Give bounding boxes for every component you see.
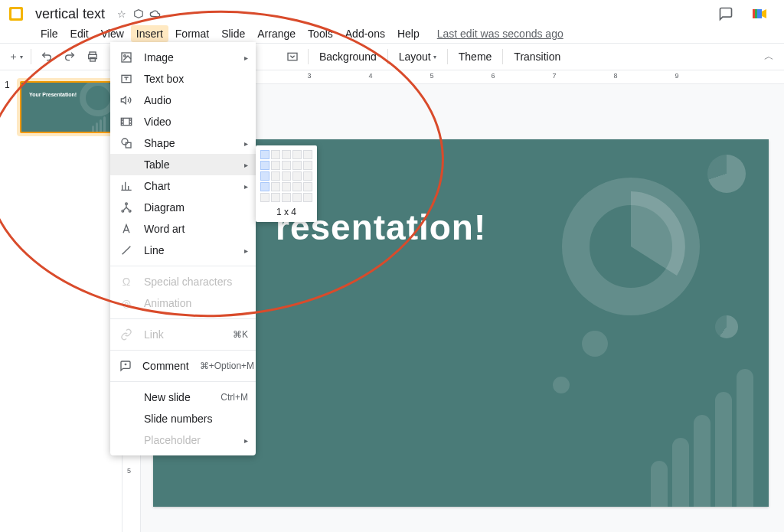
svg-rect-1 [11,9,21,18]
separator [387,49,388,64]
table-icon [119,158,133,171]
star-icon[interactable]: ☆ [116,8,128,20]
menu-item-table[interactable]: Table▸ [110,154,256,175]
video-icon [119,115,133,129]
menu-item-placeholder: Placeholder▸ [110,429,256,451]
menu-slide[interactable]: Slide [216,25,250,42]
filmstrip: 1 Your Presentation! [0,70,122,532]
thumbnail-title: Your Presentation! [29,92,77,97]
background-button[interactable]: Background [313,46,383,67]
menu-help[interactable]: Help [392,25,425,42]
separator [308,49,309,64]
menu-item-new-slide[interactable]: New slideCtrl+M [110,387,256,408]
menu-item-image[interactable]: Image▸ [110,47,256,68]
shape-icon [119,136,133,150]
svg-point-16 [126,203,128,205]
new-slide-button[interactable]: ＋▾ [5,46,26,67]
slide-thumbnail-1[interactable]: Your Presentation! [20,81,112,133]
present-meet-button[interactable] [749,2,772,25]
menu-separator [110,350,256,351]
menu-addons[interactable]: Add-ons [340,25,390,42]
chart-icon [119,179,133,193]
decorative-pie-icon [715,315,738,338]
menu-view[interactable]: View [96,25,129,42]
cloud-status-icon[interactable] [149,8,162,20]
svg-rect-15 [126,142,131,148]
svg-point-18 [129,210,131,212]
menu-tools[interactable]: Tools [302,25,338,42]
open-comments-button[interactable] [715,3,737,24]
menu-item-link: Link⌘K [110,324,256,345]
menu-item-video[interactable]: Video [110,111,256,132]
move-icon[interactable] [132,8,145,20]
decorative-dot [553,377,570,393]
menu-arrange[interactable]: Arrange [252,25,301,42]
comment-icon [119,359,132,373]
special-chars-icon: Ω [119,275,133,289]
menu-item-wordart[interactable]: Word art [110,218,256,240]
svg-point-17 [122,210,124,212]
undo-button[interactable] [36,46,57,67]
menu-bar: File Edit View Insert Format Slide Arran… [0,24,784,43]
menu-edit[interactable]: Edit [65,25,94,42]
menu-item-comment[interactable]: Comment⌘+Option+M [110,355,256,377]
audio-icon [119,93,133,107]
menu-item-shape[interactable]: Shape▸ [110,132,256,154]
decorative-bars [651,369,753,507]
menu-item-diagram[interactable]: Diagram [110,197,256,218]
svg-rect-4 [753,9,755,18]
menu-separator [110,266,256,266]
svg-rect-13 [121,118,131,125]
textbox-icon [119,72,133,86]
menu-format[interactable]: Format [170,25,214,42]
menu-item-special-characters: Ω Special characters [110,271,256,292]
zoom-fit-button[interactable] [282,46,303,67]
svg-rect-3 [757,9,762,18]
image-icon [119,51,133,64]
menu-separator [110,381,256,382]
last-edit-link[interactable]: Last edit was seconds ago [437,28,564,40]
insert-menu-dropdown: Image▸ Text box Audio Video Shape▸ Table… [110,42,256,455]
separator [31,49,31,64]
menu-item-audio[interactable]: Audio [110,90,256,111]
menu-insert[interactable]: Insert [131,25,168,42]
separator [502,49,503,64]
decorative-ring [554,170,707,323]
table-size-picker[interactable]: 1 x 4 [256,145,317,222]
blank-icon [119,433,133,447]
menu-item-slide-numbers[interactable]: Slide numbers [110,408,256,429]
table-size-label: 1 x 4 [260,207,312,217]
menu-separator [110,318,256,319]
separator [447,49,448,64]
diagram-icon [119,201,133,214]
svg-point-14 [122,139,128,145]
menu-item-chart[interactable]: Chart▸ [110,175,256,197]
slide-number: 1 [5,78,14,136]
redo-button[interactable] [59,46,80,67]
transition-button[interactable]: Transition [508,46,567,67]
wordart-icon [119,222,133,236]
menu-item-line[interactable]: Line▸ [110,240,256,261]
menu-item-animation: ◎ Animation [110,292,256,314]
animation-icon: ◎ [119,296,133,310]
blank-icon [119,390,133,404]
collapse-toolbar-button[interactable]: ︿ [758,46,779,67]
theme-button[interactable]: Theme [452,46,498,67]
menu-file[interactable]: File [35,25,64,42]
layout-button[interactable]: Layout▾ [393,46,443,67]
app-logo[interactable] [6,4,26,24]
link-icon [119,328,133,341]
print-button[interactable] [82,46,103,67]
svg-rect-8 [288,53,297,60]
blank-icon [119,412,133,426]
title-bar: vertical text ☆ [0,0,784,24]
decorative-pie-icon [707,155,746,193]
document-title[interactable]: vertical text [35,6,105,22]
menu-item-textbox[interactable]: Text box [110,68,256,90]
svg-point-11 [124,55,126,57]
decorative-dot [582,331,608,357]
line-icon [119,243,133,257]
